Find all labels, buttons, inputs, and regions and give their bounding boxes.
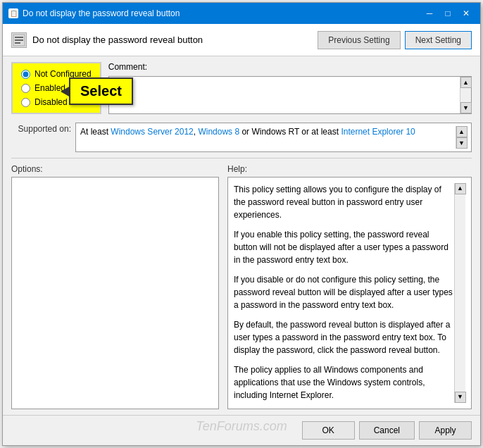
maximize-button[interactable]: □ [439, 6, 456, 20]
supported-box: At least Windows Server 2012, Windows 8 … [75, 123, 472, 152]
disabled-label: Disabled [34, 97, 68, 107]
scroll-thumb [460, 88, 471, 102]
help-box: This policy setting allows you to config… [227, 177, 472, 409]
supported-text: At least Windows Server 2012, Windows 8 … [80, 126, 456, 149]
supported-scrollbar[interactable]: ▲ ▼ [456, 126, 467, 149]
help-para-5: The policy applies to all Windows compon… [234, 363, 454, 402]
radio-group: Not Configured Enabled Disabled Select [11, 62, 101, 114]
ok-button[interactable]: OK [302, 421, 355, 440]
link-windows-8[interactable]: Windows 8 [198, 127, 239, 137]
help-content: This policy setting allows you to config… [234, 183, 454, 403]
policy-icon [11, 32, 27, 48]
header-buttons: Previous Setting Next Setting [318, 31, 472, 49]
header-title: Do not display the password reveal butto… [32, 35, 203, 45]
help-scroll-down[interactable]: ▼ [455, 392, 466, 403]
previous-setting-button[interactable]: Previous Setting [318, 31, 400, 49]
select-arrow [61, 86, 70, 97]
help-para-4: By default, the password reveal button i… [234, 318, 454, 356]
svg-rect-3 [15, 42, 20, 44]
select-tooltip-text: Select [80, 83, 122, 99]
comment-section: Comment: ▲ ▼ [108, 62, 472, 114]
title-bar-left: 📋 Do not display the password reveal but… [8, 8, 180, 18]
top-section: Not Configured Enabled Disabled Select [3, 56, 480, 120]
minimize-button[interactable]: ─ [421, 6, 438, 20]
supported-label: Supported on: [11, 124, 71, 134]
help-label: Help: [227, 164, 472, 174]
comment-label: Comment: [108, 62, 472, 72]
apply-button[interactable]: Apply [419, 421, 472, 440]
title-bar: 📋 Do not display the password reveal but… [3, 3, 480, 24]
main-window: 📋 Do not display the password reveal but… [2, 2, 481, 446]
next-setting-button[interactable]: Next Setting [405, 31, 472, 49]
supported-scroll-up[interactable]: ▲ [456, 126, 468, 137]
help-para-1: This policy setting allows you to config… [234, 183, 454, 221]
select-tooltip: Select [69, 77, 133, 105]
link-ie10[interactable]: Internet Explorer 10 [341, 127, 415, 137]
help-para-3: If you disable or do not configure this … [234, 273, 454, 311]
comment-scrollbar[interactable]: ▲ ▼ [460, 77, 471, 113]
scroll-up-arrow[interactable]: ▲ [460, 77, 472, 88]
header-left: Do not display the password reveal butto… [11, 32, 203, 48]
comment-box: ▲ ▼ [108, 76, 472, 114]
window-icon: 📋 [8, 8, 18, 18]
supported-scroll-down[interactable]: ▼ [456, 137, 468, 149]
options-label: Options: [11, 164, 219, 174]
header-area: Do not display the password reveal butto… [3, 24, 480, 56]
close-button[interactable]: ✕ [458, 6, 475, 20]
bottom-section: Options: Help: This policy setting allow… [3, 158, 480, 415]
content-area: Not Configured Enabled Disabled Select [3, 56, 480, 415]
window-controls: ─ □ ✕ [421, 6, 475, 20]
footer: OK Cancel Apply [3, 415, 480, 445]
comment-textarea[interactable] [109, 77, 460, 113]
help-scrollbar[interactable]: ▲ ▼ [454, 183, 465, 403]
help-para-2: If you enable this policy setting, the p… [234, 228, 454, 266]
link-windows-server[interactable]: Windows Server 2012 [111, 127, 193, 137]
cancel-button[interactable]: Cancel [359, 421, 415, 440]
svg-rect-2 [15, 39, 23, 41]
help-scroll-up[interactable]: ▲ [455, 183, 466, 194]
help-scroll-thumb [455, 194, 465, 392]
help-panel: Help: This policy setting allows you to … [227, 158, 472, 409]
supported-section: Supported on: At least Windows Server 20… [3, 120, 480, 158]
window-title: Do not display the password reveal butto… [23, 8, 180, 18]
options-panel: Options: [11, 158, 219, 409]
svg-rect-1 [15, 37, 23, 38]
options-box [11, 177, 219, 409]
scroll-down-arrow[interactable]: ▼ [460, 102, 472, 113]
